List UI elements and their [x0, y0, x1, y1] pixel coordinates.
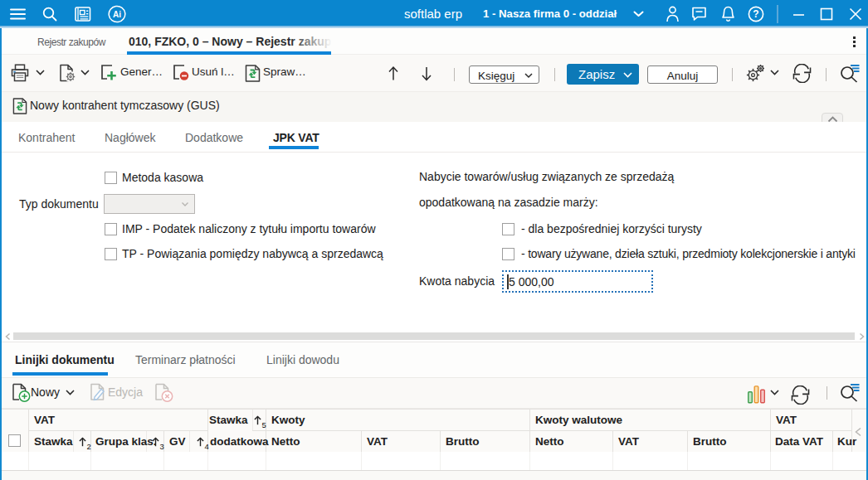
svg-text:Ai: Ai [113, 10, 121, 19]
svg-text:?: ? [753, 8, 758, 20]
svg-text:3: 3 [159, 441, 163, 449]
svg-text:4: 4 [204, 441, 208, 449]
svg-text:2: 2 [87, 441, 91, 449]
svg-text:5: 5 [261, 419, 266, 428]
